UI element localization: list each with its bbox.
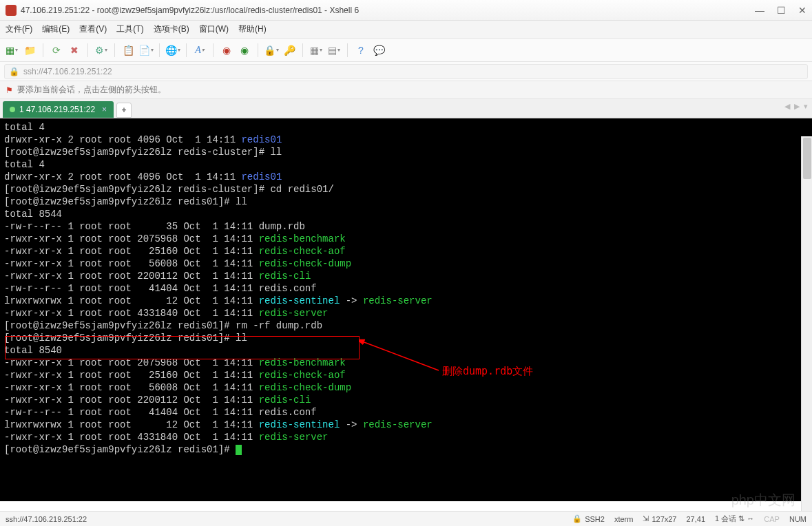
session-hint-bar: ⚑ 要添加当前会话，点击左侧的箭头按钮。	[0, 81, 812, 99]
terminal-line: -rw-r--r-- 1 root root 41404 Oct 1 14:11…	[4, 282, 808, 295]
terminal-line: -rwxr-xr-x 1 root root 2200112 Oct 1 14:…	[4, 394, 808, 406]
status-ssh: 🔒SSH2	[572, 514, 605, 523]
new-tab-button[interactable]: +	[116, 103, 132, 118]
annotation-label: 删除dump.rdb文件	[442, 365, 533, 378]
terminal-line: total 8544	[4, 208, 808, 220]
xagent-icon[interactable]: ◉	[237, 43, 252, 58]
tab-prev-icon[interactable]: ◀	[784, 102, 790, 111]
terminal-line: -rwxr-xr-x 1 root root 25160 Oct 1 14:11…	[4, 245, 808, 257]
status-address: ssh://47.106.219.251:22	[6, 515, 87, 523]
terminal-line: -rwxr-xr-x 1 root root 56008 Oct 1 14:11…	[4, 257, 808, 270]
scroll-thumb[interactable]	[803, 138, 811, 179]
key-icon[interactable]: 🔑	[282, 43, 297, 58]
terminal-line: -rwxr-xr-x 1 root root 2200112 Oct 1 14:…	[4, 270, 808, 282]
tab-close-icon[interactable]: ×	[102, 105, 107, 114]
chat-icon[interactable]: 💬	[371, 43, 386, 58]
terminal-line: drwxr-xr-x 2 root root 4096 Oct 1 14:11 …	[4, 171, 808, 183]
tab-nav: ◀ ▶ ▾	[784, 102, 808, 111]
copy-icon[interactable]: 📋	[121, 43, 136, 58]
status-num: NUM	[789, 515, 806, 523]
properties-icon[interactable]: ⚙▾	[94, 43, 109, 58]
tab-bar: 1 47.106.219.251:22 × + ◀ ▶ ▾	[0, 99, 812, 118]
menu-tools[interactable]: 工具(T)	[116, 23, 143, 35]
session-tab[interactable]: 1 47.106.219.251:22 ×	[3, 101, 114, 118]
xftp-icon[interactable]: ◉	[219, 43, 234, 58]
terminal-line: total 4	[4, 121, 808, 134]
terminal-line: -rw-r--r-- 1 root root 41404 Oct 1 14:11…	[4, 406, 808, 419]
paste-icon[interactable]: 📄▾	[138, 43, 154, 58]
window-title: 47.106.219.251:22 - root@izwz9ef5sjam9pv…	[21, 6, 755, 15]
terminal-line: -rwxr-xr-x 1 root root 56008 Oct 1 14:11…	[4, 381, 808, 394]
terminal-line: drwxr-xr-x 2 root root 4096 Oct 1 14:11 …	[4, 134, 808, 146]
terminal-line: -rwxr-xr-x 1 root root 2075968 Oct 1 14:…	[4, 357, 808, 369]
terminal-scrollbar[interactable]	[801, 136, 812, 519]
lock-icon[interactable]: 🔒▾	[264, 43, 279, 58]
tab-menu-icon[interactable]: ▾	[804, 102, 808, 111]
address-text: ssh://47.106.219.251:22	[23, 67, 112, 76]
title-bar: 47.106.219.251:22 - root@izwz9ef5sjam9pv…	[0, 0, 812, 21]
layout-icon[interactable]: ▤▾	[326, 43, 342, 58]
status-bar: ssh://47.106.219.251:22 🔒SSH2 xterm ⇲127…	[0, 511, 812, 526]
status-term: xterm	[614, 515, 634, 523]
maximize-button[interactable]: ☐	[777, 5, 786, 16]
menu-window[interactable]: 窗口(W)	[199, 23, 229, 35]
status-session: 1 会话 ⇅ ↔	[715, 514, 754, 524]
address-field[interactable]: 🔒 ssh://47.106.219.251:22	[4, 64, 808, 79]
terminal-line: [root@izwz9ef5sjam9pvfyiz26lz redis01]# …	[4, 196, 808, 208]
menu-help[interactable]: 帮助(H)	[238, 23, 267, 35]
grid-icon[interactable]: ▦▾	[309, 43, 324, 58]
terminal-line: -rwxr-xr-x 1 root root 4331840 Oct 1 14:…	[4, 307, 808, 319]
toolbar: ▦▾ 📁 ⟳ ✖ ⚙▾ 📋 📄▾ 🌐▾ A▾ ◉ ◉ 🔒▾ 🔑 ▦▾ ▤▾ ? …	[0, 39, 812, 62]
find-icon[interactable]: 🌐▾	[165, 43, 180, 58]
terminal-line: [root@izwz9ef5sjam9pvfyiz26lz redis01]#	[4, 443, 808, 456]
terminal-line: -rwxr-xr-x 1 root root 4331840 Oct 1 14:…	[4, 431, 808, 443]
flag-icon: ⚑	[6, 85, 13, 95]
terminal-line: [root@izwz9ef5sjam9pvfyiz26lz redis01]# …	[4, 332, 808, 344]
app-icon	[6, 5, 17, 16]
terminal-line: [root@izwz9ef5sjam9pvfyiz26lz redis-clus…	[4, 183, 808, 196]
status-dot-icon	[10, 107, 15, 112]
tab-next-icon[interactable]: ▶	[794, 102, 800, 111]
status-size: ⇲127x27	[643, 514, 676, 523]
minimize-button[interactable]: —	[755, 5, 764, 16]
terminal-line: lrwxrwxrwx 1 root root 12 Oct 1 14:11 re…	[4, 295, 808, 307]
ssl-lock-icon: 🔒	[9, 67, 19, 76]
session-hint-text: 要添加当前会话，点击左侧的箭头按钮。	[17, 84, 166, 96]
terminal-line: total 8540	[4, 344, 808, 357]
menu-view[interactable]: 查看(V)	[79, 23, 107, 35]
status-pos: 27,41	[686, 515, 705, 523]
font-icon[interactable]: A▾	[192, 43, 207, 58]
disconnect-icon[interactable]: ✖	[67, 43, 82, 58]
close-button[interactable]: ✕	[798, 5, 806, 16]
address-bar: 🔒 ssh://47.106.219.251:22	[0, 62, 812, 81]
new-session-icon[interactable]: ▦▾	[4, 43, 19, 58]
menu-file[interactable]: 文件(F)	[6, 23, 32, 35]
terminal-line: -rwxr-xr-x 1 root root 25160 Oct 1 14:11…	[4, 369, 808, 381]
terminal-line: -rw-r--r-- 1 root root 35 Oct 1 14:11 du…	[4, 220, 808, 233]
menu-edit[interactable]: 编辑(E)	[42, 23, 70, 35]
menu-bar: 文件(F) 编辑(E) 查看(V) 工具(T) 选项卡(B) 窗口(W) 帮助(…	[0, 21, 812, 39]
reconnect-icon[interactable]: ⟳	[49, 43, 64, 58]
menu-tabs[interactable]: 选项卡(B)	[154, 23, 189, 35]
terminal-line: total 4	[4, 158, 808, 171]
open-icon[interactable]: 📁	[22, 43, 37, 58]
terminal-line: [root@izwz9ef5sjam9pvfyiz26lz redis-clus…	[4, 146, 808, 158]
terminal-line: -rwxr-xr-x 1 root root 2075968 Oct 1 14:…	[4, 233, 808, 245]
terminal-line: [root@izwz9ef5sjam9pvfyiz26lz redis01]# …	[4, 319, 808, 332]
status-cap: CAP	[764, 515, 780, 523]
tab-label: 1 47.106.219.251:22	[19, 105, 95, 114]
window-controls: — ☐ ✕	[755, 5, 806, 16]
help-icon[interactable]: ?	[353, 43, 368, 58]
terminal-line: lrwxrwxrwx 1 root root 12 Oct 1 14:11 re…	[4, 419, 808, 431]
terminal[interactable]: total 4drwxr-xr-x 2 root root 4096 Oct 1…	[0, 118, 812, 501]
